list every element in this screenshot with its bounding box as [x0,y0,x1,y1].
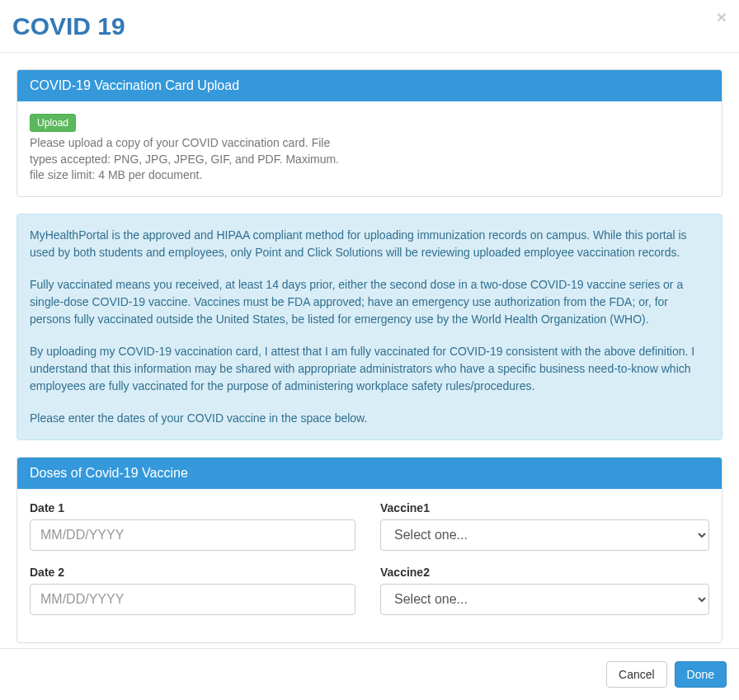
info-panel: MyHealthPortal is the approved and HIPAA… [16,214,723,440]
modal-footer: Cancel Done [0,648,739,700]
vaccine1-label: Vaccine1 [380,501,709,514]
info-paragraph: Fully vaccinated means you received, at … [30,276,709,328]
vaccine2-label: Vaccine2 [380,566,709,579]
page-title: COVID 19 [12,12,727,40]
vaccine2-group: Vaccine2 Select one... [380,566,709,615]
cancel-button[interactable]: Cancel [606,661,667,688]
modal-header: COVID 19 × [0,0,739,53]
date1-group: Date 1 [30,501,355,551]
upload-button[interactable]: Upload [30,114,76,132]
doses-panel-body: Date 1 Vaccine1 Select one... Date 2 Vac… [17,489,722,642]
doses-panel: Doses of Covid-19 Vaccine Date 1 Vaccine… [16,457,723,643]
vaccine1-group: Vaccine1 Select one... [380,501,709,551]
modal-body[interactable]: COVID-19 Vaccination Card Upload Upload … [0,53,739,646]
upload-panel-heading: COVID-19 Vaccination Card Upload [17,70,722,101]
date1-label: Date 1 [30,501,355,514]
upload-panel: COVID-19 Vaccination Card Upload Upload … [16,69,723,197]
upload-help-line: types accepted: PNG, JPG, JPEG, GIF, and… [30,152,343,168]
upload-panel-body: Upload Please upload a copy of your COVI… [17,101,722,196]
vaccine2-select[interactable]: Select one... [380,584,709,615]
date2-input[interactable] [30,584,355,615]
info-paragraph: By uploading my COVID-19 vaccination car… [30,343,709,395]
info-paragraph: MyHealthPortal is the approved and HIPAA… [30,227,709,261]
upload-help-line: file size limit: 4 MB per document. [30,167,343,184]
date2-label: Date 2 [30,566,355,579]
info-paragraph: Please enter the dates of your COVID vac… [30,410,709,427]
upload-help-line: Please upload a copy of your COVID vacci… [30,135,343,152]
date1-input[interactable] [30,519,355,551]
close-icon[interactable]: × [717,8,727,26]
vaccine1-select[interactable]: Select one... [380,519,709,551]
upload-help-text: Please upload a copy of your COVID vacci… [30,135,343,184]
doses-panel-heading: Doses of Covid-19 Vaccine [17,458,722,489]
date2-group: Date 2 [30,566,355,615]
dose-row: Date 1 Vaccine1 Select one... [30,501,709,551]
dose-row: Date 2 Vaccine2 Select one... [30,566,709,615]
done-button[interactable]: Done [675,661,727,688]
